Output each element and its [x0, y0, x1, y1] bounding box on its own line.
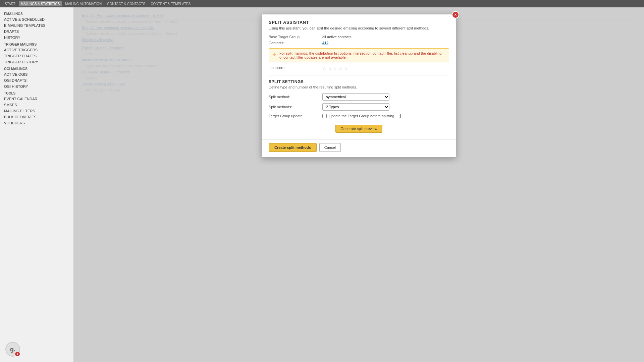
sidebar-item-mailing-filters[interactable]: MAILING FILTERS: [0, 108, 73, 114]
split-methods-select[interactable]: 2 Types 3 Types 4 Types: [322, 103, 389, 111]
split-method-select[interactable]: symmetrical asymmetrical custom: [322, 93, 389, 101]
split-method-row: Split method: symmetrical asymmetrical c…: [269, 93, 449, 101]
modal-close-button[interactable]: ×: [452, 11, 459, 18]
sidebar-item-active-ogis[interactable]: ACTIVE OGIS: [0, 71, 73, 77]
help-icon[interactable]: ℹ: [399, 113, 401, 119]
nav-item-automation[interactable]: MAILING AUTOMATION: [63, 1, 104, 6]
avatar-badge: 1: [15, 351, 20, 357]
list-score-row: List score: ☆ ☆ ☆ ☆ ☆: [269, 66, 449, 71]
star-4[interactable]: ☆: [338, 66, 343, 71]
sidebar-item-vouchers[interactable]: VOUCHERS: [0, 120, 73, 126]
contacts-label: Contacts:: [269, 41, 322, 45]
create-split-methods-button[interactable]: Create split methods: [269, 143, 317, 152]
sidebar-item-trigger-drafts[interactable]: TRIGGER DRAFTS: [0, 53, 73, 59]
warning-text: For split mailings, the distribution lis…: [279, 51, 445, 59]
split-settings-heading: SPLIT SETTINGS: [269, 79, 449, 84]
base-target-group-value: all active contacts: [322, 35, 352, 39]
avatar-letter: g.: [10, 346, 15, 353]
sidebar-item-active-triggers[interactable]: ACTIVE TRIGGERS: [0, 47, 73, 53]
modal-footer: Create split methods Cancel: [262, 139, 456, 157]
star-2[interactable]: ☆: [328, 66, 332, 71]
sidebar: EMAILINGS ACTIVE & SCHEDULED E-MAILING T…: [0, 7, 74, 362]
modal-title: SPLIT ASSISTANT: [269, 20, 449, 25]
list-score-label: List score:: [269, 66, 322, 70]
warning-icon: ⚠: [272, 52, 277, 57]
nav-item-contact[interactable]: CONTACT & CONTACTS: [105, 1, 147, 6]
contacts-value[interactable]: 412: [322, 41, 328, 45]
sidebar-item-history[interactable]: HISTORY: [0, 35, 73, 41]
nav-item-start[interactable]: START: [3, 1, 17, 6]
sidebar-section-trigger: TRIGGER MAILINGS: [0, 41, 73, 47]
nav-item-content[interactable]: CONTENT & TEMPLATES: [149, 1, 193, 6]
target-group-update-checkbox-row: Update the Target Group before splitting…: [322, 113, 401, 119]
star-5[interactable]: ☆: [344, 66, 348, 71]
sidebar-item-ogi-drafts[interactable]: OGI DRAFTS: [0, 77, 73, 83]
sidebar-section-tools: TOOLS: [0, 89, 73, 96]
modal-body: SPLIT ASSISTANT Using this assistant, yo…: [262, 14, 456, 139]
base-target-group-row: Base Target Group all active contacts: [269, 35, 449, 39]
target-group-update-text: Update the Target Group before splitting…: [329, 114, 395, 118]
modal-subtitle: Using this assistant, you can split the …: [269, 26, 449, 30]
split-settings-desc: Define type and number of the resulting …: [269, 85, 449, 89]
nav-item-mailings[interactable]: MAILINGS & STATISTICS: [19, 1, 62, 6]
sidebar-item-smses[interactable]: SMSES: [0, 102, 73, 108]
split-assistant-modal: × SPLIT ASSISTANT Using this assistant, …: [262, 14, 456, 158]
section-divider: [269, 75, 449, 75]
sidebar-item-ogi-history[interactable]: OGI HISTORY: [0, 83, 73, 89]
split-method-label: Split method:: [269, 95, 322, 99]
warning-box: ⚠ For split mailings, the distribution l…: [269, 48, 449, 62]
star-3[interactable]: ☆: [333, 66, 337, 71]
split-method-control: symmetrical asymmetrical custom: [322, 93, 389, 101]
main-content: Entry 1 - Permutable permissible scheme …: [74, 7, 644, 362]
sidebar-section-ogi: OGI MAILINGS: [0, 65, 73, 71]
split-methods-row: Split methods: 2 Types 3 Types 4 Types: [269, 103, 449, 111]
cancel-button[interactable]: Cancel: [319, 143, 341, 152]
sidebar-item-templates[interactable]: E-MAILING TEMPLATES: [0, 22, 73, 28]
generate-preview-button[interactable]: Generate split preview: [335, 125, 382, 133]
top-nav: START MAILINGS & STATISTICS MAILING AUTO…: [0, 0, 644, 7]
contacts-row: Contacts: 412: [269, 41, 449, 45]
sidebar-item-active-scheduled[interactable]: ACTIVE & SCHEDULED: [0, 16, 73, 22]
target-group-update-checkbox[interactable]: [322, 114, 327, 118]
sidebar-section-emailings: EMAILINGS: [0, 10, 73, 16]
star-1[interactable]: ☆: [322, 66, 327, 71]
sidebar-item-drafts[interactable]: DRAFTS: [0, 28, 73, 35]
sidebar-item-event-calendar[interactable]: EVENT CALENDAR: [0, 96, 73, 102]
sidebar-item-trigger-history[interactable]: TRIGGER HISTORY: [0, 59, 73, 65]
base-target-group-label: Base Target Group: [269, 35, 322, 39]
target-group-update-label: Target Group update:: [269, 114, 322, 118]
avatar[interactable]: g. 1: [5, 342, 20, 357]
target-group-update-row: Target Group update: Update the Target G…: [269, 113, 449, 119]
star-rating: ☆ ☆ ☆ ☆ ☆: [322, 66, 348, 71]
split-methods-label: Split methods:: [269, 105, 322, 109]
split-methods-control: 2 Types 3 Types 4 Types: [322, 103, 389, 111]
sidebar-item-bulk-deliveries[interactable]: BULK DELIVERIES: [0, 114, 73, 120]
